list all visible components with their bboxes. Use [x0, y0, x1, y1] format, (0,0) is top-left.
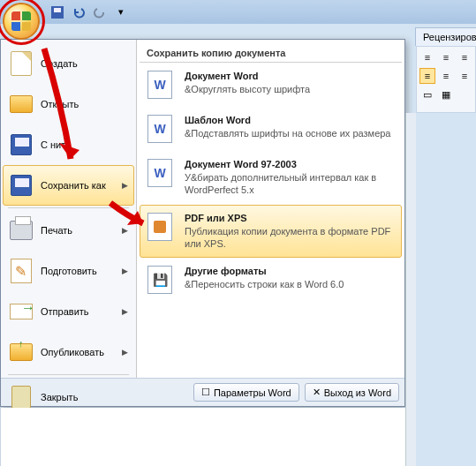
submenu-arrow-icon: ▶ — [122, 267, 128, 275]
document-area — [0, 408, 405, 466]
borders-icon[interactable]: ▦ — [438, 86, 454, 102]
item-desc: Публикация копии документа в формате PDF… — [185, 225, 394, 251]
menu-item-new[interactable]: Создать — [3, 43, 134, 84]
folder-open-icon — [10, 95, 33, 113]
save-as-icon — [11, 175, 32, 196]
multilevel-icon[interactable]: ≡ — [457, 49, 472, 65]
printer-icon — [10, 221, 33, 240]
item-title: PDF или XPS — [185, 213, 394, 223]
other-format-icon — [147, 266, 172, 294]
align-left-icon[interactable]: ≡ — [419, 68, 435, 84]
submenu-arrow-icon: ▶ — [122, 348, 128, 357]
shading-icon[interactable]: ▭ — [419, 86, 435, 102]
button-label: Параметры Word — [214, 387, 291, 398]
save-icon — [11, 134, 32, 155]
menu-label: Сохранить как — [41, 180, 106, 191]
word-options-button[interactable]: ☐Параметры Word — [193, 383, 299, 402]
button-label: Выход из Word — [324, 387, 391, 398]
save-as-word-doc[interactable]: Документ Word&Округлять высоту шрифта — [140, 63, 402, 107]
menu-label: С нить — [41, 139, 71, 150]
office-button[interactable] — [3, 3, 40, 40]
vertical-ruler — [405, 113, 416, 466]
ribbon-tabs: Рецензиров — [415, 25, 476, 46]
menu-label: Создать — [41, 58, 78, 69]
menu-left-column: Создать Открыть С нить Сохранить как▶ Пе… — [1, 40, 137, 378]
office-menu: Создать Открыть С нить Сохранить как▶ Пе… — [0, 39, 405, 407]
menu-item-send[interactable]: Отправить▶ — [3, 291, 134, 332]
item-title: Документ Word — [185, 71, 310, 81]
save-as-word-97-2003[interactable]: Документ Word 97-2003У&бирать дополнител… — [140, 151, 402, 205]
submenu-title: Сохранить копию документа — [140, 42, 402, 63]
office-logo-icon — [11, 11, 31, 31]
ribbon-paragraph-group: ≡ ≡ ≡ ≡ ≡ ≡ ▭ ▦ — [416, 46, 476, 113]
qat-undo-icon[interactable] — [70, 4, 87, 21]
menu-label: Опубликовать — [41, 347, 104, 357]
item-desc: &Переносить строки как в Word 6.0 — [185, 278, 344, 290]
options-icon: ☐ — [201, 387, 210, 398]
menu-item-save-as[interactable]: Сохранить как▶ — [3, 165, 134, 206]
quick-access-toolbar: ▾ — [49, 4, 130, 21]
send-icon — [10, 304, 33, 319]
menu-label: Открыть — [41, 99, 79, 109]
close-doc-icon — [11, 386, 31, 409]
prepare-icon — [11, 259, 32, 283]
numbering-icon[interactable]: ≡ — [438, 49, 454, 65]
word-97-icon — [147, 159, 172, 187]
save-as-word-template[interactable]: Шаблон Word&Подставлять шрифты на основе… — [140, 107, 402, 151]
submenu-arrow-icon: ▶ — [122, 181, 128, 190]
title-bar: ▾ — [0, 0, 476, 24]
exit-word-button[interactable]: ✕Выход из Word — [305, 383, 399, 402]
menu-label: Печать — [41, 225, 72, 236]
menu-right-panel: Сохранить копию документа Документ Word&… — [137, 40, 404, 378]
save-as-other-formats[interactable]: Другие форматы&Переносить строки как в W… — [140, 258, 402, 302]
menu-item-publish[interactable]: Опубликовать▶ — [3, 332, 134, 372]
new-doc-icon — [11, 51, 32, 76]
exit-icon: ✕ — [313, 387, 321, 398]
tab-review[interactable]: Рецензиров — [415, 27, 476, 46]
menu-item-open[interactable]: Открыть — [3, 84, 134, 124]
word-template-icon — [147, 115, 172, 143]
align-right-icon[interactable]: ≡ — [457, 68, 472, 84]
submenu-arrow-icon: ▶ — [122, 307, 128, 316]
save-as-pdf-xps[interactable]: PDF или XPSПубликация копии документа в … — [140, 205, 402, 259]
qat-redo-icon[interactable] — [91, 4, 109, 21]
pdf-icon — [147, 213, 172, 241]
menu-label: Отправить — [41, 306, 89, 317]
align-center-icon[interactable]: ≡ — [438, 68, 454, 84]
svg-rect-1 — [54, 8, 61, 12]
menu-item-prepare[interactable]: Подготовить▶ — [3, 251, 134, 291]
qat-dropdown-icon[interactable]: ▾ — [112, 4, 130, 21]
item-title: Документ Word 97-2003 — [185, 159, 394, 169]
submenu-arrow-icon: ▶ — [122, 226, 128, 235]
item-desc: &Подставлять шрифты на основе их размера — [185, 127, 390, 139]
menu-item-print[interactable]: Печать▶ — [3, 210, 134, 251]
menu-item-save[interactable]: С нить — [3, 124, 134, 165]
menu-separator — [8, 207, 129, 208]
menu-label: Закрыть — [41, 392, 78, 402]
bullets-icon[interactable]: ≡ — [419, 49, 435, 65]
qat-save-icon[interactable] — [49, 4, 66, 21]
menu-separator — [8, 374, 129, 375]
publish-icon — [10, 343, 33, 361]
item-desc: У&бирать дополнительный интервал как в W… — [185, 171, 394, 197]
word-doc-icon — [147, 71, 172, 99]
menu-label: Подготовить — [41, 266, 97, 276]
item-title: Шаблон Word — [185, 115, 390, 125]
item-title: Другие форматы — [185, 266, 344, 276]
item-desc: &Округлять высоту шрифта — [185, 83, 310, 95]
